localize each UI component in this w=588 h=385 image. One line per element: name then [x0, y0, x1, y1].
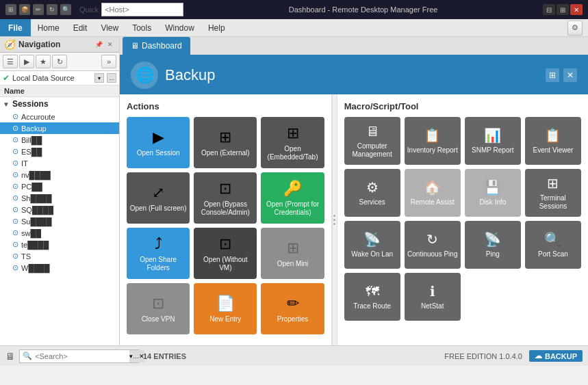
tree-btn-1[interactable]: ☰ [3, 55, 18, 68]
computer-mgmt-icon: 🖥 [366, 124, 379, 140]
dashboard-tab[interactable]: 🖥 Dashboard [123, 37, 190, 55]
main-layout: 🧭 Navigation 📌 ✕ ☰ ▶ ★ ↻ » ✔ Local Data … [0, 37, 588, 345]
tree-item-ts[interactable]: ⊙ TS [0, 250, 119, 262]
edit-menu[interactable]: Edit [66, 19, 94, 36]
tree-item-label: IT [21, 159, 28, 168]
session-icon: ⊙ [12, 112, 18, 121]
event-viewer-btn[interactable]: 📋 Event Viewer [525, 117, 581, 165]
properties-label: Properties [277, 315, 309, 323]
help-menu[interactable]: Help [201, 19, 232, 36]
dashboard-close-btn[interactable]: ✕ [563, 68, 577, 82]
new-entry-btn[interactable]: 📄 New Entry [194, 283, 257, 334]
search-clear-btn[interactable]: … [133, 350, 139, 362]
snmp-report-btn[interactable]: 📊 SNMP Report [465, 117, 521, 165]
tab-bar: 🖥 Dashboard [120, 37, 588, 56]
view-menu[interactable]: View [94, 19, 125, 36]
tree-item-accuroute[interactable]: ⊙ Accuroute [0, 111, 119, 122]
vpn-icon: ⊡ [152, 295, 164, 313]
continuous-ping-btn[interactable]: ↻ Continuous Ping [405, 221, 461, 269]
tree-item-sh[interactable]: ⊙ Sh████ [0, 192, 119, 204]
services-btn[interactable]: ⚙ Services [344, 169, 400, 217]
session-icon: ⊙ [12, 252, 18, 261]
ping-label: Ping [486, 250, 500, 258]
terminal-sessions-btn[interactable]: ⊞ Terminal Sessions [525, 169, 581, 217]
inventory-report-btn[interactable]: 📋 Inventory Report [405, 117, 461, 165]
netstat-btn[interactable]: ℹ NetStat [405, 273, 461, 321]
local-source-dropdown-btn[interactable]: ▾ [94, 73, 104, 83]
panel-controls: 📌 ✕ [94, 40, 115, 49]
open-credentials-label: Open (Prompt for Credentials) [264, 200, 321, 217]
session-icon: ⊙ [12, 240, 18, 249]
tree-item-pc[interactable]: ⊙ PC██ [0, 181, 119, 192]
open-external-btn[interactable]: ⊞ Open (External) [194, 117, 257, 168]
open-bypass-btn[interactable]: ⊡ Open (Bypass Console/Admin) [194, 172, 257, 224]
tree-btn-play[interactable]: ▶ [19, 55, 34, 68]
tree-item-bill[interactable]: ⊙ Bill██ [0, 134, 119, 146]
sessions-group[interactable]: ▼ Sessions [0, 97, 119, 111]
trace-route-btn[interactable]: 🗺 Trace Route [344, 273, 400, 321]
open-share-btn[interactable]: ⤴ Open Share Folders [127, 228, 190, 279]
tools-menu[interactable]: Tools [125, 19, 158, 36]
dashboard-grid-btn[interactable]: ⊞ [546, 68, 559, 82]
column-header-name: Name [0, 85, 119, 97]
tree-item-label: nv████ [21, 171, 51, 179]
port-scan-btn[interactable]: 🔍 Port Scan [525, 221, 581, 269]
session-icon: ⊙ [12, 263, 18, 272]
open-without-vm-btn[interactable]: ⊡ Open (Without VM) [194, 228, 257, 279]
host-input[interactable] [101, 3, 183, 16]
session-icon: ⊙ [12, 217, 18, 226]
wake-on-lan-btn[interactable]: 📡 Wake On Lan [344, 221, 400, 269]
search-box[interactable]: 🔍 ▾ … ✕ [19, 349, 139, 363]
panel-close-btn[interactable]: ✕ [105, 40, 115, 49]
dashboard-tab-icon: 🖥 [131, 41, 139, 51]
inventory-label: Inventory Report [407, 146, 458, 155]
computer-management-btn[interactable]: 🖥 Computer Management [344, 117, 400, 165]
dashboard-globe-icon: 🌐 [131, 62, 158, 89]
open-mini-btn[interactable]: ⊞ Open Mini [261, 228, 324, 279]
ping-btn[interactable]: 📡 Ping [465, 221, 521, 269]
backup-status-btn[interactable]: ☁ BACKUP [529, 350, 583, 362]
tree-item-sw[interactable]: ⊙ sw██ [0, 227, 119, 239]
open-session-btn[interactable]: ▶ Open Session [127, 117, 190, 168]
window-menu[interactable]: Window [158, 19, 201, 36]
panel-pin-btn[interactable]: 📌 [94, 40, 103, 49]
tree-item-nv[interactable]: ⊙ nv████ [0, 169, 119, 181]
properties-btn[interactable]: ✏ Properties [261, 283, 324, 334]
divider-dots [333, 215, 335, 225]
ping-icon: 📡 [484, 231, 501, 248]
dashboard-title: Backup [165, 66, 215, 84]
terminal-label: Terminal Sessions [528, 194, 578, 211]
tree-item-sq[interactable]: ⊙ SQ████ [0, 204, 119, 215]
status-right: FREE EDITION 1.0.4.0 ☁ BACKUP [444, 350, 583, 362]
toolbar-extra-btn[interactable]: ⚙ [567, 21, 583, 36]
home-menu[interactable]: Home [31, 19, 66, 36]
tree-item-su[interactable]: ⊙ Su████ [0, 215, 119, 227]
tree-btn-refresh[interactable]: ↻ [52, 55, 67, 68]
open-embedded-btn[interactable]: ⊞ Open (Embedded/Tab) [261, 117, 324, 168]
restore-button[interactable]: ⊞ [557, 4, 569, 15]
new-entry-label: New Entry [209, 315, 241, 323]
open-fullscreen-btn[interactable]: ⤢ Open (Full screen) [127, 172, 190, 224]
open-credentials-btn[interactable]: 🔑 Open (Prompt for Credentials) [261, 172, 324, 224]
compass-icon: 🧭 [4, 39, 16, 50]
minimize-button[interactable]: ⊟ [543, 4, 555, 15]
open-fullscreen-label: Open (Full screen) [130, 204, 187, 213]
tree-item-te[interactable]: ⊙ te████ [0, 239, 119, 250]
tree-btn-expand[interactable]: » [101, 55, 116, 68]
local-source-more-btn[interactable]: … [107, 73, 116, 83]
tree-btn-star[interactable]: ★ [36, 55, 51, 68]
close-vpn-btn[interactable]: ⊡ Close VPN [127, 283, 190, 334]
tree-item-it[interactable]: ⊙ IT [0, 157, 119, 169]
file-menu[interactable]: File [0, 19, 31, 36]
tree-item-es[interactable]: ⊙ ES██ [0, 146, 119, 157]
main-content: 🖥 Dashboard 🌐 Backup ⊞ ✕ Actions ▶ [120, 37, 588, 345]
tree-item-w[interactable]: ⊙ W████ [0, 262, 119, 274]
open-mini-label: Open Mini [277, 260, 309, 268]
tree-item-backup[interactable]: ⊙ Backup [0, 122, 119, 134]
close-button[interactable]: ✕ [570, 4, 583, 15]
snmp-icon: 📊 [484, 127, 501, 144]
trace-route-label: Trace Route [353, 302, 391, 310]
search-input[interactable] [35, 352, 129, 360]
disk-info-btn: 💾 Disk Info [465, 169, 521, 217]
tree-item-label: ES██ [21, 148, 42, 156]
